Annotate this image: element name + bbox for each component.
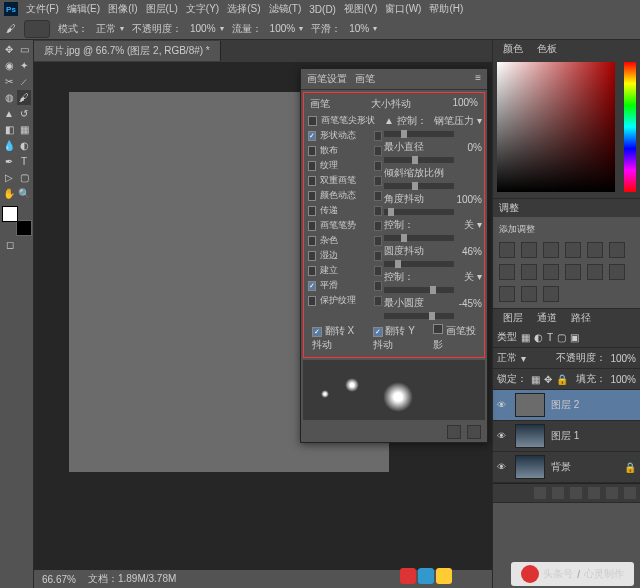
lock-icon[interactable] xyxy=(374,176,382,186)
visibility-icon[interactable] xyxy=(497,461,509,473)
slider[interactable] xyxy=(384,261,454,267)
zoom-level[interactable]: 66.67% xyxy=(42,574,76,585)
lock-icon[interactable] xyxy=(374,266,382,276)
lock-all-icon[interactable]: ▦ xyxy=(531,374,540,385)
lock-pos-icon[interactable]: ✥ xyxy=(544,374,552,385)
fg-bg-color[interactable] xyxy=(2,206,32,236)
menu-filter[interactable]: 滤镜(T) xyxy=(265,0,306,18)
control-value[interactable]: 100% xyxy=(456,194,482,205)
adj-layer-icon[interactable] xyxy=(570,487,582,499)
lock-icon[interactable] xyxy=(374,296,382,306)
stamp-tool[interactable]: ▲ xyxy=(2,106,16,121)
smooth-input[interactable]: 10% xyxy=(349,23,377,34)
color-hue-slider[interactable] xyxy=(624,62,636,192)
layer-row[interactable]: 图层 2 xyxy=(493,390,640,421)
checkbox[interactable] xyxy=(308,116,317,126)
menu-type[interactable]: 文字(Y) xyxy=(182,0,223,18)
layer-opacity-input[interactable]: 100% xyxy=(610,353,636,364)
new-preset-icon[interactable] xyxy=(447,425,461,439)
brush-option-label[interactable]: 湿边 xyxy=(320,249,370,262)
visibility-icon[interactable] xyxy=(497,399,509,411)
brush-option-label[interactable]: 画笔笔尖形状 xyxy=(321,114,382,127)
filter-type-icon[interactable]: T xyxy=(547,332,553,343)
visibility-icon[interactable] xyxy=(497,430,509,442)
slider[interactable] xyxy=(384,313,454,319)
fill-input[interactable]: 100% xyxy=(610,374,636,385)
lock-pix-icon[interactable]: 🔒 xyxy=(556,374,568,385)
checkbox[interactable] xyxy=(308,251,316,261)
layer-row[interactable]: 背景 🔒 xyxy=(493,452,640,483)
blend-mode-select[interactable]: 正常 xyxy=(497,351,517,365)
brush-option-label[interactable]: 杂色 xyxy=(320,234,370,247)
doc-tab[interactable]: 原片.jpg @ 66.7% (图层 2, RGB/8#) * xyxy=(34,41,221,61)
fx-icon[interactable] xyxy=(534,487,546,499)
control-value[interactable]: -45% xyxy=(459,298,482,309)
crop-tool[interactable]: ✂ xyxy=(2,74,16,89)
menu-file[interactable]: 文件(F) xyxy=(22,0,63,18)
menu-window[interactable]: 窗口(W) xyxy=(381,0,425,18)
lock-icon[interactable] xyxy=(374,236,382,246)
checkbox[interactable] xyxy=(312,327,322,337)
tab-swatches[interactable]: 色板 xyxy=(533,40,561,58)
layer-thumb[interactable] xyxy=(515,424,545,448)
menu-edit[interactable]: 编辑(E) xyxy=(63,0,104,18)
trash-icon[interactable] xyxy=(624,487,636,499)
checkbox[interactable] xyxy=(373,327,383,337)
adj-photo-icon[interactable] xyxy=(521,264,537,280)
checkbox[interactable] xyxy=(308,146,316,156)
slider[interactable] xyxy=(384,131,454,137)
lock-icon[interactable] xyxy=(374,206,382,216)
adj-curves-icon[interactable] xyxy=(543,242,559,258)
checkbox[interactable] xyxy=(308,266,316,276)
adj-hue-icon[interactable] xyxy=(609,242,625,258)
lasso-tool[interactable]: ◉ xyxy=(2,58,16,73)
path-tool[interactable]: ▷ xyxy=(2,170,16,185)
hand-tool[interactable]: ✋ xyxy=(2,186,16,201)
tab-paths[interactable]: 路径 xyxy=(567,309,595,327)
adj-bw-icon[interactable] xyxy=(499,264,515,280)
lock-icon[interactable] xyxy=(374,281,382,291)
checkbox[interactable] xyxy=(308,296,316,306)
filter-smart-icon[interactable]: ▣ xyxy=(570,332,579,343)
brush-option-label[interactable]: 传递 xyxy=(320,204,370,217)
lock-icon[interactable] xyxy=(374,221,382,231)
tab-channels[interactable]: 通道 xyxy=(533,309,561,327)
group-icon[interactable] xyxy=(588,487,600,499)
adj-invert-icon[interactable] xyxy=(587,264,603,280)
adj-selcol-icon[interactable] xyxy=(543,286,559,302)
layer-thumb[interactable] xyxy=(515,455,545,479)
marquee-tool[interactable]: ▭ xyxy=(17,42,31,57)
filter-adj-icon[interactable]: ◐ xyxy=(534,332,543,343)
brush-option-label[interactable]: 纹理 xyxy=(320,159,370,172)
quickmask-tool[interactable]: ◻ xyxy=(2,237,17,252)
adj-levels-icon[interactable] xyxy=(521,242,537,258)
adj-gradmap-icon[interactable] xyxy=(521,286,537,302)
brush-option-label[interactable]: 双重画笔 xyxy=(320,174,370,187)
adj-thresh-icon[interactable] xyxy=(499,286,515,302)
adj-vibrance-icon[interactable] xyxy=(587,242,603,258)
lock-icon[interactable] xyxy=(374,161,382,171)
trash-preset-icon[interactable] xyxy=(467,425,481,439)
menu-image[interactable]: 图像(I) xyxy=(104,0,141,18)
slider[interactable] xyxy=(384,235,454,241)
pen-tool[interactable]: ✒ xyxy=(2,154,16,169)
type-tool[interactable]: T xyxy=(17,154,31,169)
brush-option-label[interactable]: 颜色动态 xyxy=(320,189,370,202)
brush-option-label[interactable]: 形状动态 xyxy=(320,129,370,142)
wand-tool[interactable]: ✦ xyxy=(17,58,31,73)
adj-mixer-icon[interactable] xyxy=(543,264,559,280)
menu-view[interactable]: 视图(V) xyxy=(340,0,381,18)
slider[interactable] xyxy=(384,157,454,163)
filter-shape-icon[interactable]: ▢ xyxy=(557,332,566,343)
slider[interactable] xyxy=(384,209,454,215)
layer-name[interactable]: 背景 xyxy=(551,460,571,474)
gradient-tool[interactable]: ▦ xyxy=(17,122,31,137)
control-value[interactable]: 0% xyxy=(468,142,482,153)
new-layer-icon[interactable] xyxy=(606,487,618,499)
lock-icon[interactable] xyxy=(374,131,382,141)
slider[interactable] xyxy=(384,183,454,189)
checkbox[interactable] xyxy=(308,221,316,231)
layer-name[interactable]: 图层 1 xyxy=(551,429,579,443)
brush-option-label[interactable]: 保护纹理 xyxy=(320,294,370,307)
brush-option-label[interactable]: 散布 xyxy=(320,144,370,157)
